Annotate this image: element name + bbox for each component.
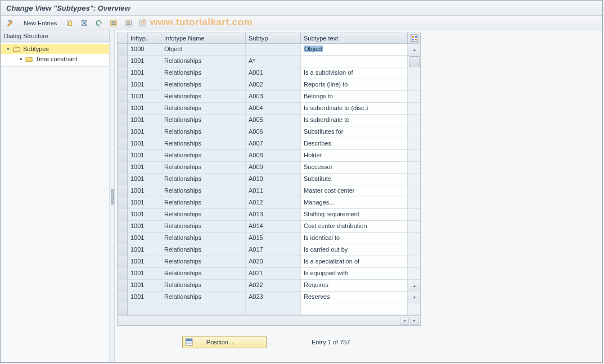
cell-subtype-text[interactable]: Successor (301, 162, 408, 174)
cell-subtyp[interactable]: A003 (246, 91, 301, 103)
vertical-scrollbar-segment[interactable] (408, 103, 420, 115)
row-selector[interactable] (118, 256, 128, 268)
vertical-scrollbar-segment[interactable]: ▴ (408, 44, 420, 56)
column-inftyp[interactable]: Inftyp. (128, 33, 161, 43)
cell-subtyp[interactable]: A013 (246, 209, 301, 221)
row-selector[interactable] (118, 244, 128, 256)
cell-inftyp[interactable]: 1001 (128, 244, 161, 256)
cell-subtyp[interactable]: A023 (246, 292, 301, 303)
cell-subtyp[interactable]: A002 (246, 79, 301, 91)
select-all-button[interactable] (107, 17, 120, 29)
cell-subtyp[interactable]: A021 (246, 268, 301, 280)
cell-subtype-text[interactable]: Manages... (301, 197, 408, 209)
row-selector[interactable] (118, 103, 128, 115)
row-selector[interactable] (118, 292, 128, 303)
cell-subtype-text[interactable]: Reports (line) to (301, 79, 408, 91)
cell-inftyp[interactable]: 1001 (128, 126, 161, 138)
vertical-scrollbar-segment[interactable]: ▴ (408, 280, 420, 292)
cell-inftyp[interactable]: 1001 (128, 56, 161, 67)
vertical-scrollbar-segment[interactable] (408, 303, 420, 315)
cell-subtyp[interactable]: A020 (246, 256, 301, 268)
vertical-scrollbar-segment[interactable] (408, 268, 420, 280)
cell-subtype-text[interactable]: Describes (301, 138, 408, 150)
scroll-up-small-button[interactable]: ▴ (408, 280, 420, 292)
cell-inftyp[interactable]: 1001 (128, 292, 161, 303)
cell-subtyp[interactable]: A017 (246, 244, 301, 256)
cell-inftyp[interactable]: 1001 (128, 115, 161, 126)
vertical-scrollbar-segment[interactable] (408, 126, 420, 138)
vertical-scrollbar-segment[interactable] (408, 150, 420, 162)
row-selector[interactable] (118, 280, 128, 292)
cell-inftyp[interactable]: 1001 (128, 67, 161, 79)
row-selector[interactable] (118, 197, 128, 209)
cell-subtype-text[interactable]: Cost center distribution (301, 221, 408, 233)
vertical-scrollbar-segment[interactable] (408, 91, 420, 103)
vertical-scrollbar-segment[interactable] (408, 67, 420, 79)
cell-subtyp[interactable]: A011 (246, 185, 301, 197)
undo-change-button[interactable] (92, 17, 106, 29)
cell-inftyp[interactable]: 1001 (128, 209, 161, 221)
row-selector[interactable] (118, 138, 128, 150)
cell-subtyp[interactable]: A012 (246, 197, 301, 209)
row-selector[interactable] (118, 115, 128, 126)
cell-subtype-text[interactable]: Master cost center (301, 185, 408, 197)
row-selector[interactable] (118, 209, 128, 221)
cell-subtype-text[interactable]: Is subordinate to (disc.) (301, 103, 408, 115)
column-subtyp[interactable]: Subtyp (246, 33, 301, 43)
row-selector[interactable] (118, 91, 128, 103)
tree-expander-icon[interactable]: ▾ (5, 46, 11, 52)
vertical-scrollbar-segment[interactable] (408, 79, 420, 91)
vertical-scrollbar-segment[interactable] (408, 197, 420, 209)
cell-inftyp[interactable]: 1001 (128, 197, 161, 209)
cell-inftyp[interactable]: 1001 (128, 280, 161, 292)
cell-inftyp[interactable]: 1001 (128, 103, 161, 115)
cell-subtyp[interactable]: A005 (246, 115, 301, 126)
cell-subtype-text[interactable] (301, 56, 408, 67)
column-subtype-text[interactable]: Subtype text (301, 33, 408, 43)
vertical-scrollbar-segment[interactable] (408, 244, 420, 256)
row-selector[interactable] (118, 56, 128, 67)
row-selector[interactable] (118, 303, 128, 315)
vertical-scrollbar-segment[interactable] (408, 138, 420, 150)
cell-subtype-text[interactable]: Substitutes for (301, 126, 408, 138)
new-entries-button[interactable]: New Entries (19, 17, 62, 29)
row-selector[interactable] (118, 268, 128, 280)
row-selector[interactable] (118, 79, 128, 91)
cell-subtyp[interactable]: A001 (246, 67, 301, 79)
cell-inftyp[interactable]: 1001 (128, 91, 161, 103)
column-row-selector[interactable] (118, 33, 128, 43)
vertical-scrollbar-segment[interactable] (408, 256, 420, 268)
dialog-structure-tree[interactable]: ▾ Subtypes Time constraint (1, 42, 110, 67)
cell-inftyp[interactable]: 1001 (128, 138, 161, 150)
tree-node-time-constraint[interactable]: Time constraint (1, 54, 109, 64)
cell-subtype-text[interactable] (301, 303, 408, 315)
vertical-scrollbar-segment[interactable] (408, 209, 420, 221)
cell-subtype-text[interactable]: Is subordinate to (301, 115, 408, 126)
cell-subtyp[interactable]: A009 (246, 162, 301, 174)
row-selector[interactable] (118, 44, 128, 56)
column-infotype-name[interactable]: Infotype Name (161, 33, 246, 43)
scroll-up-button[interactable]: ▴ (408, 44, 420, 56)
table-settings-button[interactable] (408, 33, 421, 43)
cell-subtyp[interactable] (246, 303, 301, 315)
cell-subtyp[interactable]: A* (246, 56, 301, 67)
row-selector[interactable] (118, 185, 128, 197)
row-selector[interactable] (118, 162, 128, 174)
vertical-scrollbar-segment[interactable] (408, 221, 420, 233)
toggle-display-change-button[interactable] (4, 17, 17, 29)
cell-inftyp[interactable] (128, 303, 161, 315)
cell-inftyp[interactable]: 1001 (128, 150, 161, 162)
cell-subtype-text[interactable]: Is a subdivision of (301, 67, 408, 79)
cell-subtype-text[interactable]: Holder (301, 150, 408, 162)
delete-button[interactable] (78, 17, 91, 29)
cell-subtype-text[interactable]: Belongs to (301, 91, 408, 103)
cell-subtype-text[interactable]: Requires (301, 280, 408, 292)
scroll-thumb[interactable] (409, 56, 420, 67)
vertical-scrollbar-segment[interactable]: ▾ (408, 292, 420, 303)
cell-subtype-text[interactable]: Is equipped with (301, 268, 408, 280)
deselect-all-button[interactable] (136, 17, 150, 29)
cell-subtyp[interactable]: A014 (246, 221, 301, 233)
cell-inftyp[interactable]: 1001 (128, 79, 161, 91)
cell-subtyp[interactable]: A007 (246, 138, 301, 150)
cell-subtyp[interactable]: A008 (246, 150, 301, 162)
